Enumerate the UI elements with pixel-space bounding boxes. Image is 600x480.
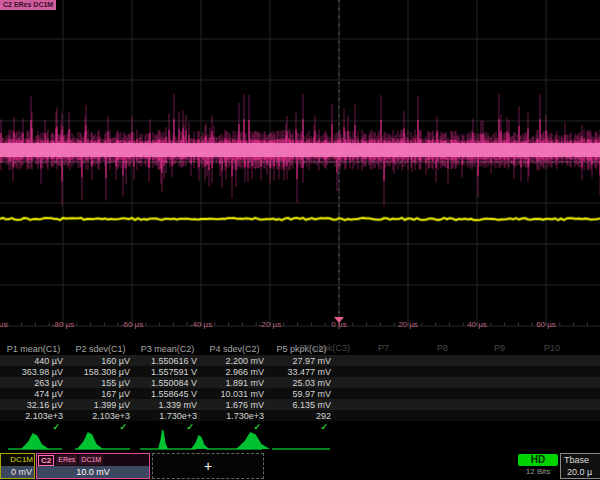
- measurement-value: 1.550616 V: [134, 356, 201, 366]
- measurement-value: 27.97 mV: [268, 356, 335, 366]
- table-row-value: 440 µV160 µV1.550616 V2.200 mV27.97 mV: [0, 355, 600, 366]
- measurement-value: 1.730e+3: [134, 411, 201, 421]
- time-axis-label: -80 µs: [52, 320, 74, 329]
- channel-c2-descriptor[interactable]: C2 ERes DC1M 10.0 mV: [36, 453, 150, 479]
- measurement-value: 2.103e+3: [0, 411, 67, 421]
- measurement-value: 155 µV: [67, 378, 134, 388]
- waveform-traces: [0, 0, 600, 332]
- measurement-value: 474 µV: [0, 389, 67, 399]
- oscilloscope-screen: C2 ERes DC1M -100 µs-80 µs-60 µs-40 µs-2…: [0, 0, 600, 480]
- measurement-value: 1.339 mV: [134, 400, 201, 410]
- measurement-table-header: P1 mean(C1)P2 sdev(C1)P3 mean(C2)P4 sdev…: [0, 343, 600, 355]
- timebase-descriptor[interactable]: Tbase 20.0 µ: [560, 453, 600, 479]
- measurement-value: 263 µV: [0, 378, 67, 388]
- c2-scale-value: 10.0 mV: [37, 466, 149, 478]
- time-axis-label: -20 µs: [259, 320, 281, 329]
- time-axis-label: 20 µs: [398, 320, 418, 329]
- measurement-value: 2.200 mV: [201, 356, 268, 366]
- measurement-value: 167 µV: [67, 389, 134, 399]
- hd-mode-indicator[interactable]: HD 12 Bits: [518, 454, 558, 478]
- measurement-value: 33.477 mV: [268, 367, 335, 377]
- param-header-inactive-p7[interactable]: P7: [378, 343, 389, 353]
- c2-coupling-badge: DC1M: [79, 455, 103, 465]
- param-header-inactive-p10[interactable]: P10: [544, 343, 560, 353]
- measurement-value: 25.03 mV: [268, 378, 335, 388]
- trace-annotation-badge: C2 ERes DC1M: [0, 0, 56, 10]
- measurement-value: 2.103e+3: [67, 411, 134, 421]
- plus-icon: +: [204, 458, 212, 474]
- c2-eres-badge: ERes: [56, 455, 77, 465]
- measurement-value: 292: [268, 411, 335, 421]
- measurement-table-rows: 440 µV160 µV1.550616 V2.200 mV27.97 mV36…: [0, 355, 600, 432]
- time-axis-label: 60 µs: [536, 320, 556, 329]
- hd-badge: HD: [518, 454, 558, 466]
- channel-c1-descriptor[interactable]: DC1M 0 mV: [0, 453, 35, 479]
- add-trace-button[interactable]: +: [152, 453, 264, 479]
- table-row-mean: 363.98 µV158.308 µV1.557591 V2.966 mV33.…: [0, 366, 600, 377]
- measurement-value: 1.730e+3: [201, 411, 268, 421]
- measurement-value: 158.308 µV: [67, 367, 134, 377]
- timebase-value: 20.0 µ: [561, 466, 600, 478]
- measurement-value: 363.98 µV: [0, 367, 67, 377]
- measurement-table: P1 mean(C1)P2 sdev(C1)P3 mean(C2)P4 sdev…: [0, 343, 600, 432]
- measurement-histicons: [0, 430, 600, 452]
- param-header-p4[interactable]: P4 sdev(C2): [201, 344, 268, 354]
- table-row-sdev: 32.16 µV1.399 µV1.339 mV1.676 mV6.135 mV: [0, 399, 600, 410]
- measurement-value: 1.399 µV: [67, 400, 134, 410]
- hd-bits-label: 12 Bits: [518, 466, 558, 478]
- table-row-num: 2.103e+32.103e+31.730e+31.730e+3292: [0, 410, 600, 421]
- measurement-value: 1.558645 V: [134, 389, 201, 399]
- param-header-p3[interactable]: P3 mean(C2): [134, 344, 201, 354]
- measurement-value: 160 µV: [67, 356, 134, 366]
- time-axis-label: 40 µs: [467, 320, 487, 329]
- measurement-value: 1.550084 V: [134, 378, 201, 388]
- measurement-value: 1.676 mV: [201, 400, 268, 410]
- time-axis-label: -40 µs: [190, 320, 212, 329]
- measurement-value: 440 µV: [0, 356, 67, 366]
- table-row-max: 474 µV167 µV1.558645 V10.031 mV59.97 mV: [0, 388, 600, 399]
- measurement-value: 6.135 mV: [268, 400, 335, 410]
- c2-channel-tag: C2: [38, 455, 54, 466]
- measurement-value: 32.16 µV: [0, 400, 67, 410]
- measurement-value: 10.031 mV: [201, 389, 268, 399]
- time-axis-label: -60 µs: [121, 320, 143, 329]
- c2-descriptor-top: C2 ERes DC1M: [37, 454, 149, 466]
- time-axis-label: -100 µs: [0, 320, 7, 329]
- trigger-position-icon[interactable]: [334, 317, 344, 323]
- param-header-inactive-p9[interactable]: P9: [494, 343, 505, 353]
- c1-coupling-label: DC1M: [1, 454, 34, 466]
- measurement-value: 2.966 mV: [201, 367, 268, 377]
- param-header-p1[interactable]: P1 mean(C1): [0, 344, 67, 354]
- param-header-p2[interactable]: P2 sdev(C1): [67, 344, 134, 354]
- param-header-inactive-p8[interactable]: P8: [437, 343, 448, 353]
- table-row-min: 263 µV155 µV1.550084 V1.891 mV25.03 mV: [0, 377, 600, 388]
- measurement-value: 59.97 mV: [268, 389, 335, 399]
- c1-scale-value: 0 mV: [1, 466, 34, 478]
- measurement-value: 1.891 mV: [201, 378, 268, 388]
- param-header-inactive-p6 pkpk(c3)[interactable]: P6 pkpk(C3): [300, 343, 350, 353]
- descriptor-bar: DC1M 0 mV C2 ERes DC1M 10.0 mV + HD 12 B…: [0, 452, 600, 480]
- measurement-value: 1.557591 V: [134, 367, 201, 377]
- timebase-label: Tbase: [561, 454, 600, 466]
